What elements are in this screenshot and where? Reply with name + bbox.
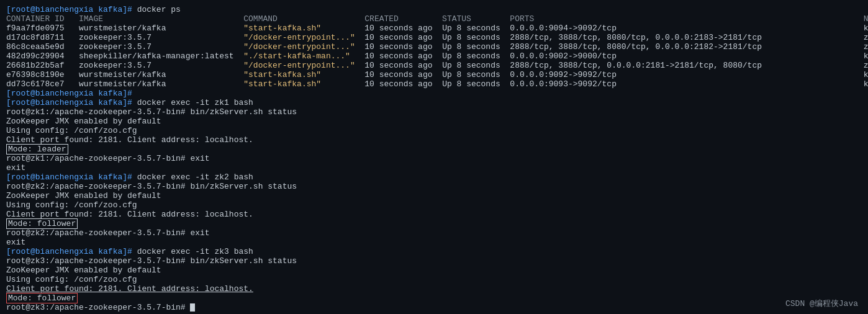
table-header: CONTAINER ID IMAGE COMMAND CREATED STATU…	[6, 14, 862, 24]
cursor	[190, 303, 195, 312]
line-zk3-cmd: root@zk3:/apache-zookeeper-3.5.7-bin# bi…	[6, 256, 862, 266]
line-zk1-config: Using config: /conf/zoo.cfg	[6, 126, 862, 135]
line-blank: [root@bianchengxia kafka]#	[6, 89, 862, 98]
line-zk3-enter: [root@bianchengxia kafka]# docker exec -…	[6, 247, 862, 256]
line-zk2-cmd: root@zk2:/apache-zookeeper-3.5.7-bin# bi…	[6, 182, 862, 191]
table-row: 26681b22b5af zookeeper:3.5.7 "/docker-en…	[6, 61, 862, 70]
line-zk2-enter: [root@bianchengxia kafka]# docker exec -…	[6, 173, 862, 182]
line-zk2-mode: Mode: follower	[6, 219, 862, 228]
line-zk2-exit-cmd: root@zk2:/apache-zookeeper-3.5.7-bin# ex…	[6, 228, 862, 238]
table-row: e76398c8190e wurstmeister/kafka "start-k…	[6, 70, 862, 79]
line-zk3-mode: Mode: follower	[6, 294, 862, 303]
line-zk2-client: Client port found: 2181. Client address:…	[6, 210, 862, 219]
watermark: CSDN @编程侠Java	[785, 298, 858, 309]
line-zk3-jmx: ZooKeeper JMX enabled by default	[6, 266, 862, 275]
line-zk1-exit-cmd: root@zk1:/apache-zookeeper-3.5.7-bin# ex…	[6, 154, 862, 163]
table-row: dd73c6178ce7 wurstmeister/kafka "start-k…	[6, 79, 862, 89]
line-zk1-cmd: root@zk1:/apache-zookeeper-3.5.7-bin# bi…	[6, 107, 862, 117]
line-zk3-config: Using config: /conf/zoo.cfg	[6, 275, 862, 284]
prompt-1: [root@bianchengxia kafka]#	[6, 5, 132, 14]
cmd-1: docker ps	[132, 5, 181, 14]
table-row: f9aa7fde0975 wurstmeister/kafka "start-k…	[6, 24, 862, 33]
line-zk2-config: Using config: /conf/zoo.cfg	[6, 200, 862, 210]
line-1: [root@bianchengxia kafka]# docker ps	[6, 5, 862, 14]
table-row: d17dc8fd8711 zookeeper:3.5.7 "/docker-en…	[6, 33, 862, 42]
table-row: 86c8ceaa5e9d zookeeper:3.5.7 "/docker-en…	[6, 42, 862, 52]
table-row: 482d99c29904 sheepkiller/kafka-manager:l…	[6, 52, 862, 61]
line-zk1-mode: Mode: leader	[6, 145, 862, 154]
line-zk1-exit: exit	[6, 163, 862, 173]
terminal: [root@bianchengxia kafka]# docker ps CON…	[0, 0, 868, 314]
line-zk3-prompt: root@zk3:/apache-zookeeper-3.5.7-bin#	[6, 303, 862, 312]
line-zk3-client: Client port found: 2181. Client address:…	[6, 284, 862, 294]
line-zk2-exit: exit	[6, 238, 862, 247]
line-zk2-jmx: ZooKeeper JMX enabled by default	[6, 191, 862, 200]
line-zk1-enter: [root@bianchengxia kafka]# docker exec -…	[6, 98, 862, 107]
line-zk1-client: Client port found: 2181. Client address:…	[6, 135, 862, 145]
line-zk1-jmx: ZooKeeper JMX enabled by default	[6, 117, 862, 126]
